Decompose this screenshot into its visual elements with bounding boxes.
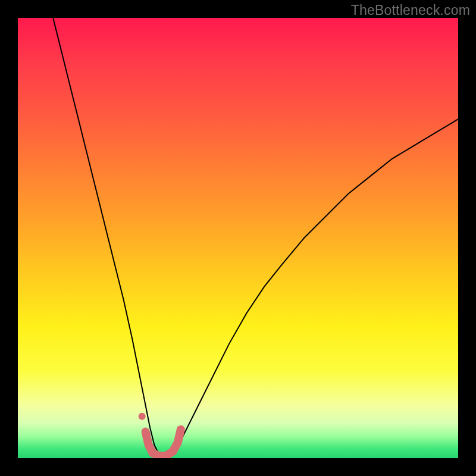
pink-dot <box>139 413 146 420</box>
plot-area <box>18 18 458 458</box>
curve-svg <box>18 18 458 458</box>
chart-frame: TheBottleneck.com <box>0 0 476 476</box>
watermark-text: TheBottleneck.com <box>351 2 470 18</box>
black-v-curve <box>53 18 458 458</box>
pink-marker-segment <box>146 430 181 456</box>
